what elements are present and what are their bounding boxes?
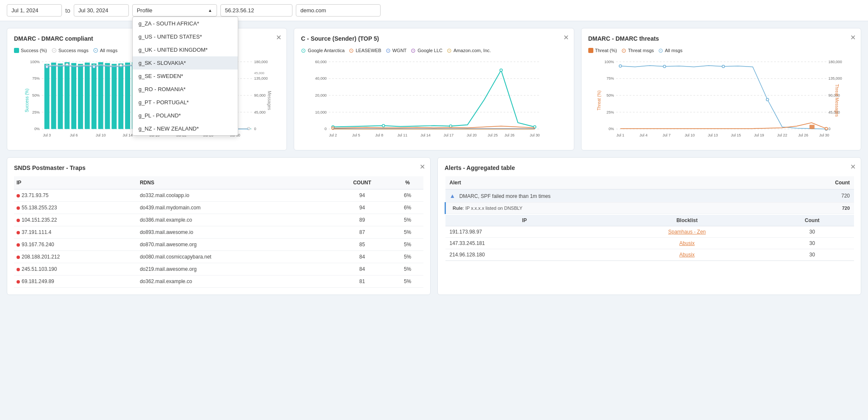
svg-rect-23 <box>98 62 103 129</box>
svg-text:135,000: 135,000 <box>828 76 842 81</box>
to-label: to <box>65 7 70 14</box>
col-count: COUNT <box>333 176 392 189</box>
sub-alerts-table: IP Blocklist Count 191.173.98.97 Spamhau… <box>445 215 854 261</box>
ip-cell: 245.51.103.190 <box>14 263 137 275</box>
svg-rect-15 <box>45 64 50 129</box>
svg-text:75%: 75% <box>32 76 40 81</box>
ip-input[interactable] <box>220 4 292 17</box>
table-row: 104.151.235.22 do386.mail.example.co 89 … <box>14 214 423 226</box>
svg-text:Jul 26: Jul 26 <box>505 133 515 137</box>
rule-bold: Rule <box>453 206 463 211</box>
profile-option-pt[interactable]: g_PT - PORTUGAL* <box>133 96 238 109</box>
rule-text: Rule: IP x.x.x.x listed on DNSBLY <box>453 206 523 211</box>
profile-option-pl[interactable]: g_PL - POLAND* <box>133 109 238 122</box>
dmarc-threats-title: DMARC - DMARC threats <box>588 35 854 42</box>
sub-table-cell: IP Blocklist Count 191.173.98.97 Spamhau… <box>445 214 854 261</box>
ip-cell: 104.151.235.22 <box>14 214 137 226</box>
profile-dropdown-button[interactable]: Profile ▲ <box>132 4 217 17</box>
profile-option-ro[interactable]: g_RO - ROMANIA* <box>133 83 238 96</box>
sub-col-count: Count <box>770 215 854 226</box>
svg-text:25%: 25% <box>606 110 614 114</box>
legend-success-pct: Success (%) <box>14 48 47 53</box>
ip-cell: 69.181.249.89 <box>14 275 137 288</box>
sub-blocklist-cell: Spamhaus - Zen <box>604 226 770 238</box>
red-dot-icon <box>17 206 20 210</box>
svg-text:Jul 20: Jul 20 <box>467 133 477 137</box>
profile-option-uk[interactable]: g_UK - UNITED KINGDOM* <box>133 43 238 56</box>
dmarc-threats-card: DMARC - DMARC threats ✕ Threat (%) ⊙ Thr… <box>581 28 861 150</box>
svg-point-53 <box>248 127 250 130</box>
date-to-input[interactable] <box>74 4 129 17</box>
alert-col-alert: Alert <box>445 176 783 189</box>
rdns-cell: do870.mail.awesome.org <box>137 239 333 251</box>
svg-text:180,000: 180,000 <box>254 60 268 64</box>
svg-text:45,000: 45,000 <box>254 110 266 114</box>
domain-input[interactable] <box>296 4 381 17</box>
threat-y-left: Threat (%) <box>597 90 601 110</box>
red-dot-icon <box>17 231 20 234</box>
profile-option-sk[interactable]: g_SK - SLOVAKIA* <box>133 56 238 70</box>
rdns-cell: do080.mail.cosmiccapybara.net <box>137 251 333 263</box>
threats-chart-wrapper: Threat (%) Threat Messages 100% 75% 50% … <box>588 57 854 143</box>
svg-rect-19 <box>71 63 76 129</box>
col-ip: IP <box>14 176 137 189</box>
svg-text:Jul 11: Jul 11 <box>398 133 408 137</box>
threats-chart: 100% 75% 50% 25% 0% 180,000 135,000 90,0… <box>604 57 839 142</box>
svg-rect-18 <box>64 62 70 129</box>
alerts-title: Alerts - Aggregated table <box>445 164 854 171</box>
svg-text:Jul 13: Jul 13 <box>708 133 718 137</box>
profile-menu: g_ZA - SOUTH AFRICA* g_US - UNITED STATE… <box>132 17 238 136</box>
svg-rect-27 <box>125 63 130 129</box>
profile-dropdown-wrapper: Profile ▲ g_ZA - SOUTH AFRICA* g_US - UN… <box>132 4 217 17</box>
legend-google-llc: ⊙ Google LLC <box>411 47 442 54</box>
alert-col-count: Count <box>783 176 854 189</box>
svg-text:0: 0 <box>254 127 256 131</box>
alert-main-row: ▲ DMARC, SPF failed more than 1m times 7… <box>445 189 854 203</box>
svg-text:Jul 15: Jul 15 <box>731 133 741 137</box>
source-sender-title: C - Source (Sender) (TOP 5) <box>301 35 567 42</box>
list-item: 147.33.245.181 Abusix 30 <box>445 238 854 249</box>
close-icon[interactable]: ✕ <box>850 33 856 42</box>
alerts-card: Alerts - Aggregated table ✕ Alert Count … <box>437 157 861 295</box>
expand-icon[interactable]: ▲ <box>450 192 456 199</box>
sub-count-cell: 30 <box>770 249 854 261</box>
blocklist-link[interactable]: Spamhaus - Zen <box>668 229 706 235</box>
pct-cell: 5% <box>392 214 423 226</box>
pct-cell: 6% <box>392 189 423 202</box>
svg-point-80 <box>500 69 503 72</box>
profile-option-se[interactable]: g_SE - SWEDEN* <box>133 70 238 83</box>
close-icon[interactable]: ✕ <box>850 163 856 171</box>
profile-option-nz[interactable]: g_NZ - NEW ZEALAND* <box>133 122 238 135</box>
source-chart: 60,000 40,000 20,000 10,000 0 <box>316 57 551 142</box>
pct-cell: 5% <box>392 251 423 263</box>
svg-text:0: 0 <box>828 127 830 131</box>
date-from-input[interactable] <box>7 4 62 17</box>
table-row: 69.181.249.89 do362.mail.example.co 81 5… <box>14 275 423 288</box>
svg-text:45,000: 45,000 <box>254 72 265 75</box>
svg-text:100%: 100% <box>30 60 40 64</box>
svg-text:180,000: 180,000 <box>828 60 842 64</box>
main-content: DMARC - DMARC compliant ✕ Success (%) ⊙ … <box>0 21 868 302</box>
svg-text:25%: 25% <box>32 110 40 114</box>
svg-text:Jul 4: Jul 4 <box>639 133 647 137</box>
card2-legend: ⊙ Google Antarctica ⊙ LEASEWEB ⊙ WGNT ⊙ … <box>301 47 567 54</box>
blocklist-link[interactable]: Abusix <box>679 252 695 258</box>
close-icon[interactable]: ✕ <box>563 33 569 42</box>
close-icon[interactable]: ✕ <box>420 163 425 171</box>
sub-col-blocklist: Blocklist <box>604 215 770 226</box>
legend-google-ant: ⊙ Google Antarctica <box>301 47 345 54</box>
source-chart-wrapper: 60,000 40,000 20,000 10,000 0 <box>301 57 567 143</box>
blocklist-link[interactable]: Abusix <box>679 240 695 246</box>
count-cell: 89 <box>333 214 392 226</box>
count-cell: 85 <box>333 239 392 251</box>
close-icon[interactable]: ✕ <box>276 33 281 42</box>
profile-option-za[interactable]: g_ZA - SOUTH AFRICA* <box>133 17 238 30</box>
top-bar: to Profile ▲ g_ZA - SOUTH AFRICA* g_US -… <box>0 0 868 21</box>
google-ant-icon: ⊙ <box>301 47 306 54</box>
legend-all-msgs-threat: ⊙ All msgs <box>658 47 683 54</box>
rdns-cell: do332.mail.coolapp.io <box>137 189 333 202</box>
pct-cell: 5% <box>392 239 423 251</box>
y-left-label: Success (%) <box>25 88 29 112</box>
profile-option-us[interactable]: g_US - UNITED STATES* <box>133 30 238 43</box>
svg-point-78 <box>382 125 385 127</box>
